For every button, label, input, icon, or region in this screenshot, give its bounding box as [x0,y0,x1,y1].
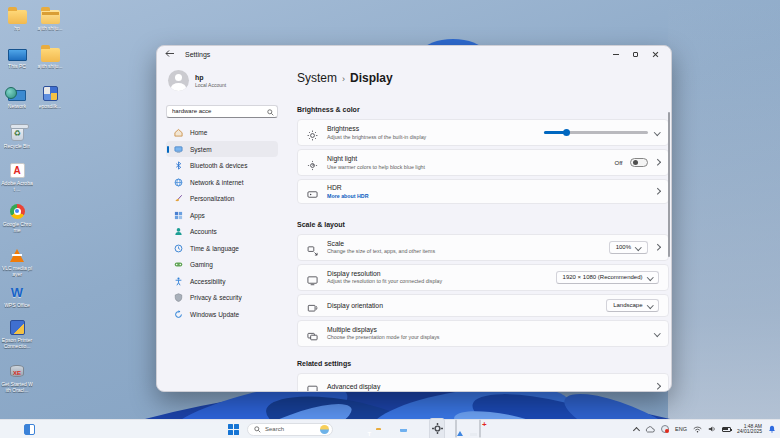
acrobat-icon: A [7,161,27,179]
minimize-icon[interactable] [613,54,619,55]
taskbar-search[interactable]: Search [247,423,333,436]
section-related-settings: Related settings [297,360,661,367]
taskbar-widget-icon[interactable] [24,424,35,435]
user-account[interactable]: hp Local Account [168,70,278,91]
slider-thumb[interactable] [563,129,570,136]
desktop-icon-hp-folder[interactable]: hp [1,6,33,31]
display-resolution-card[interactable]: Display resolution Adjust the resolution… [297,264,669,291]
taskbar-app-gallery[interactable] [453,419,458,438]
chevron-right-icon[interactable] [654,159,660,165]
sidebar-item-home[interactable]: Home [166,125,278,141]
sidebar-item-gaming[interactable]: Gaming [166,257,278,273]
sidebar-item-time-language[interactable]: Time & language [166,240,278,256]
taskbar-app-store[interactable] [396,428,399,431]
wifi-icon[interactable] [693,426,702,433]
sidebar-item-accounts[interactable]: Accounts [166,224,278,240]
toggle-knob [633,160,638,165]
close-icon[interactable] [652,51,659,58]
desktop-icon-vlc[interactable]: VLC media player [1,246,33,277]
sidebar-item-windows-update[interactable]: Windows Update [166,306,278,322]
taskbar-app-firefox[interactable] [407,428,410,431]
settings-nav: Home System Bluetooth & devices Network … [166,125,278,323]
hdr-card[interactable]: HDR More about HDR [297,179,669,204]
desktop-icon-this-pc[interactable]: This PC [1,44,33,69]
desktop-icon-user-folder-1[interactable]: ajith shiju... [34,6,66,31]
taskbar-app-edge[interactable] [385,428,388,431]
settings-sidebar: hp Local Account Home System [157,62,285,391]
desktop-icon-user-folder-2[interactable]: ajith shiju... [34,44,66,69]
taskbar-app-copilot[interactable] [341,428,344,431]
search-icon[interactable] [267,102,274,109]
desktop-icon-recycle-bin[interactable]: Recycle Bin [1,124,33,149]
volume-icon[interactable] [708,425,716,433]
taskbar-app-snipping[interactable] [477,419,482,438]
breadcrumb-separator: › [342,74,345,84]
sidebar-item-system[interactable]: System [166,141,278,157]
desktop-icon-label: ajith shiju... [37,63,62,69]
brightness-slider[interactable] [544,131,648,134]
wallpaper-gradient [668,0,780,419]
chevron-right-icon[interactable] [654,244,660,250]
section-scale-layout: Scale & layout [297,221,661,228]
back-button[interactable] [165,50,179,59]
battery-icon[interactable] [722,427,731,432]
sidebar-item-privacy-security[interactable]: Privacy & security [166,290,278,306]
chevron-down-icon[interactable] [654,129,660,135]
weather-icon[interactable] [320,425,329,434]
notification-bell-icon[interactable] [768,425,776,433]
folder-open-icon [40,6,60,24]
resolution-monitor-icon [307,272,318,283]
taskbar-app-photos[interactable] [352,428,355,431]
desktop-icon-wps[interactable]: W WPS Office [1,283,33,308]
night-light-toggle[interactable] [630,158,648,168]
taskbar-app-file-explorer[interactable] [374,428,377,431]
section-brightness-color: Brightness & color [297,106,661,113]
chevron-down-icon[interactable] [654,330,660,336]
taskbar: Search ENG 1:48 AM 24/01/2025 [0,419,780,438]
chevron-right-icon[interactable] [654,188,660,194]
taskbar-app-teams[interactable] [363,428,366,431]
user-account-type: Local Account [195,82,226,88]
onedrive-cloud-icon[interactable] [645,426,655,433]
more-about-hdr-link[interactable]: More about HDR [327,193,369,199]
hdr-icon [307,186,318,197]
taskbar-app-settings-active[interactable] [429,418,445,438]
network-icon [7,84,27,102]
taskbar-app-scanner[interactable] [466,428,469,431]
desktop-icon-oracle[interactable]: Get Started With Oracl... [1,362,33,393]
desktop-icon-chrome[interactable]: Google Chrome [1,202,33,233]
desktop-icon-network[interactable]: Network [1,84,33,109]
desktop-icon-acrobat[interactable]: A Adobe Acrobat ... [1,161,33,192]
scale-card[interactable]: Scale Change the size of text, apps, and… [297,234,669,261]
sidebar-item-bluetooth-devices[interactable]: Bluetooth & devices [166,158,278,174]
chevron-right-icon[interactable] [654,383,660,389]
multiple-displays-icon [307,328,318,339]
maximize-icon[interactable] [633,52,638,57]
desktop-icon-epson[interactable]: Epson Printer Connectio... [1,318,33,349]
sidebar-item-apps[interactable]: Apps [166,207,278,223]
breadcrumb-system[interactable]: System [297,71,337,85]
orientation-dropdown[interactable]: Landscape [606,299,659,312]
scale-dropdown[interactable]: 100% [609,241,648,254]
tray-chevron-up-icon[interactable] [633,426,640,433]
night-light-card[interactable]: Night light Use warmer colors to help bl… [297,149,669,176]
language-indicator[interactable]: ENG [675,426,687,432]
advanced-display-card[interactable]: Advanced display [297,373,669,393]
scrollbar[interactable] [668,112,671,257]
brightness-card[interactable]: Brightness Adjust the brightness of the … [297,119,669,146]
resolution-dropdown[interactable]: 1920 × 1080 (Recommended) [556,271,659,284]
brush-icon [174,194,183,203]
clock[interactable]: 1:48 AM 24/01/2025 [737,424,762,435]
sidebar-item-personalization[interactable]: Personalization [166,191,278,207]
search-icon [254,426,261,433]
taskbar-app-chrome[interactable] [418,428,421,431]
desktop-icon-app[interactable]: eposdilk... [34,84,66,109]
settings-search-input[interactable] [166,105,278,118]
system-icon [174,145,183,154]
sidebar-item-accessibility[interactable]: Accessibility [166,273,278,289]
recorder-tray-icon[interactable] [661,425,669,433]
multiple-displays-card[interactable]: Multiple displays Choose the presentatio… [297,320,669,347]
start-button[interactable] [228,424,239,435]
sidebar-item-network-internet[interactable]: Network & internet [166,174,278,190]
display-orientation-card[interactable]: Display orientation Landscape [297,294,669,317]
